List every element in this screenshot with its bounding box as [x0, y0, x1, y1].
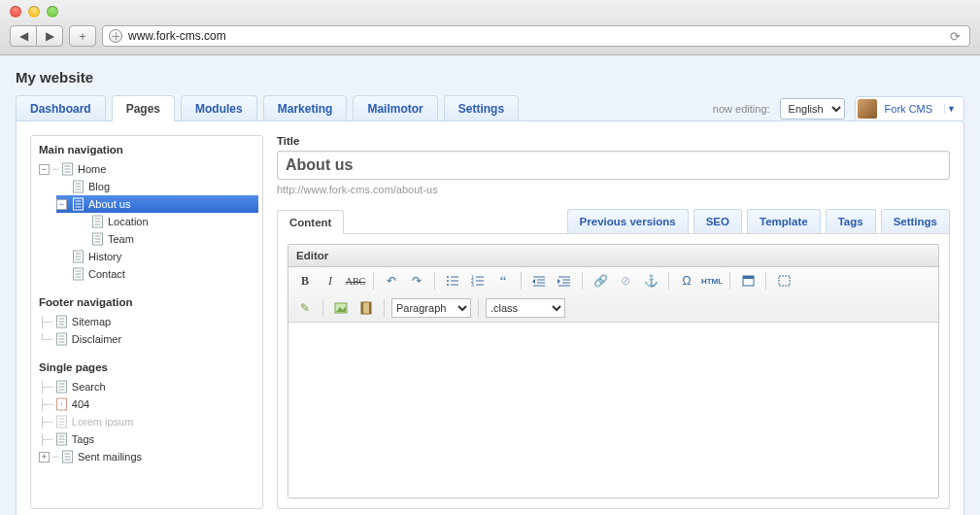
anchor-button[interactable]: ⚓ [640, 271, 661, 291]
editor-tab-settings[interactable]: Settings [881, 209, 950, 233]
page-icon [61, 162, 74, 176]
svg-marker-70 [532, 279, 535, 284]
editor-tab-seo[interactable]: SEO [693, 209, 742, 233]
svg-rect-82 [361, 302, 363, 314]
collapse-icon[interactable]: − [56, 199, 67, 210]
tab-settings[interactable]: Settings [444, 95, 519, 121]
separator [582, 272, 583, 290]
forward-button[interactable]: ▶ [36, 25, 63, 47]
collapse-icon[interactable]: − [39, 164, 50, 175]
tree-item-sent-mailings[interactable]: + ┄ Sent mailings [39, 448, 258, 465]
tree-item-label: Home [78, 163, 106, 175]
tree-item-contact[interactable]: Contact [56, 265, 258, 283]
nav-heading-single: Single pages [39, 361, 258, 373]
fullscreen-button[interactable] [737, 271, 759, 291]
back-button[interactable]: ◀ [10, 25, 37, 47]
separator [322, 299, 323, 317]
editor-tab-template[interactable]: Template [747, 209, 821, 233]
page-tree-sidebar: Main navigation − ┄ Home [30, 135, 263, 509]
tab-mailmotor[interactable]: Mailmotor [353, 95, 437, 121]
editor-tab-previous[interactable]: Previous versions [567, 209, 689, 233]
editor-canvas[interactable] [288, 323, 938, 498]
nav-heading-main: Main navigation [39, 144, 258, 155]
tree-item-404[interactable]: ├┄ ! 404 [39, 395, 258, 413]
tree-item-history[interactable]: History [56, 248, 258, 265]
special-char-button[interactable]: Ω [676, 271, 697, 291]
svg-point-54 [447, 276, 449, 278]
tree-item-location[interactable]: Location [76, 213, 258, 230]
tab-marketing[interactable]: Marketing [263, 95, 348, 121]
tree-item-team[interactable]: Team [76, 230, 258, 248]
user-menu[interactable]: Fork CMS ▼ [855, 96, 964, 121]
unordered-list-button[interactable] [442, 271, 463, 291]
editor-tab-content[interactable]: Content [277, 210, 344, 234]
edit-button[interactable]: ✎ [294, 298, 316, 318]
outdent-button[interactable] [528, 271, 550, 291]
tree-item-home[interactable]: − ┄ Home [39, 160, 258, 178]
tab-modules[interactable]: Modules [181, 95, 257, 121]
link-button[interactable]: 🔗 [590, 271, 611, 291]
svg-text:3: 3 [471, 282, 474, 287]
tree-item-label: Contact [88, 268, 125, 280]
svg-rect-78 [779, 276, 790, 286]
separator [478, 299, 479, 317]
tree-item-blog[interactable]: Blog [56, 178, 258, 195]
site-title: My website [16, 69, 964, 86]
address-bar[interactable]: www.fork-cms.com ⟳ [102, 25, 970, 47]
title-field-label: Title [277, 135, 950, 147]
editor-toolbar: B I ABC ↶ ↷ 123 “ [288, 267, 938, 323]
user-name: Fork CMS [885, 103, 933, 115]
tree-item-tags[interactable]: ├┄ Tags [39, 430, 258, 448]
html-source-button[interactable]: HTML [701, 271, 723, 291]
redo-button[interactable]: ↷ [406, 271, 427, 291]
ordered-list-button[interactable]: 123 [467, 271, 489, 291]
chevron-down-icon: ▼ [944, 104, 958, 114]
tree-item-label: History [88, 251, 121, 262]
tree-item-disclaimer[interactable]: └┄ Disclaimer [39, 330, 258, 348]
image-button[interactable] [330, 298, 352, 318]
site-globe-icon [109, 29, 122, 43]
tab-dashboard[interactable]: Dashboard [16, 95, 106, 121]
main-tabbar: Dashboard Pages Modules Marketing Mailmo… [16, 95, 519, 121]
tree-item-label: Tags [72, 433, 94, 445]
svg-marker-75 [558, 279, 560, 284]
page-icon [55, 415, 68, 429]
title-input[interactable] [277, 151, 950, 180]
bold-button[interactable]: B [294, 271, 316, 291]
tree-item-sitemap[interactable]: ├┄ Sitemap [39, 313, 258, 330]
strike-button[interactable]: ABC [345, 271, 366, 291]
svg-text:!: ! [60, 400, 62, 409]
page-icon [72, 250, 84, 263]
italic-button[interactable]: I [320, 271, 341, 291]
show-blocks-button[interactable] [773, 271, 794, 291]
tree-item-label: Team [108, 233, 134, 245]
close-window-icon[interactable] [10, 6, 21, 17]
tree-item-about-us[interactable]: − About us [56, 195, 258, 213]
media-button[interactable] [355, 298, 377, 318]
unlink-button[interactable]: ⊘ [615, 271, 636, 291]
page-icon [72, 180, 84, 193]
separator [434, 272, 435, 290]
expand-icon[interactable]: + [39, 452, 50, 463]
add-bookmark-button[interactable]: ＋ [69, 25, 96, 47]
language-select[interactable]: English [780, 98, 845, 120]
zoom-window-icon[interactable] [47, 6, 58, 17]
tree-item-lorem[interactable]: ├┄ Lorem ipsum [39, 413, 258, 430]
class-select[interactable]: .class [486, 298, 565, 318]
now-editing-label: now editing: [713, 103, 770, 115]
minimize-window-icon[interactable] [28, 6, 40, 17]
format-select[interactable]: Paragraph [391, 298, 471, 318]
undo-button[interactable]: ↶ [381, 271, 402, 291]
indent-button[interactable] [554, 271, 575, 291]
tab-pages[interactable]: Pages [112, 95, 175, 121]
page-icon [72, 267, 84, 281]
page-icon [91, 215, 104, 228]
tree-item-search[interactable]: ├┄ Search [39, 378, 258, 395]
browser-chrome: ◀ ▶ ＋ www.fork-cms.com ⟳ [0, 0, 980, 55]
svg-rect-77 [743, 276, 754, 279]
blockquote-button[interactable]: “ [492, 271, 514, 291]
reload-icon[interactable]: ⟳ [950, 29, 963, 43]
separator [384, 299, 385, 317]
editor-tab-tags[interactable]: Tags [826, 209, 876, 233]
url-hint: http://www.fork-cms.com/about-us [277, 184, 950, 195]
